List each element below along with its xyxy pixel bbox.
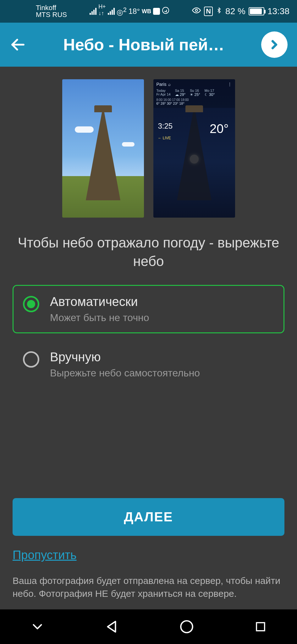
temp-indicator: 18° (129, 7, 140, 16)
preview-weather-overlay: Paris ⌕⋮ TodayFr Apr 14 Sa 15☁ 29° Su 16… (153, 79, 235, 218)
signal-icon (90, 8, 96, 15)
nav-home[interactable] (179, 619, 195, 635)
svg-point-1 (195, 9, 198, 11)
option-subtitle: Может быть не точно (50, 312, 149, 324)
bluetooth-icon (216, 6, 222, 17)
option-title: Автоматически (50, 295, 149, 309)
instruction-text: Чтобы небо отражало погоду - вырежьте не… (13, 233, 284, 271)
nav-recent[interactable] (254, 620, 267, 634)
battery-percent: 82 % (225, 6, 245, 16)
nfc-icon: N (204, 7, 213, 16)
status-right: N 82 % 13:38 (192, 6, 289, 17)
back-button[interactable] (9, 36, 26, 53)
preview-original (62, 79, 144, 218)
battery-icon (249, 7, 264, 15)
eye-icon (192, 6, 201, 17)
option-automatic[interactable]: Автоматически Может быть не точно (13, 285, 284, 333)
hotspot-icon: ◎2 (117, 6, 127, 17)
clock: 13:38 (267, 6, 289, 16)
preview-images: Paris ⌕⋮ TodayFr Apr 14 Sa 15☁ 29° Su 16… (13, 79, 284, 218)
next-button[interactable]: ДАЛЕЕ (13, 498, 284, 536)
option-manual[interactable]: Вручную Вырежьте небо самостоятельно (13, 340, 284, 389)
option-subtitle: Вырежьте небо самостоятельно (50, 367, 200, 379)
svg-point-0 (162, 7, 169, 14)
app-icon (153, 8, 160, 15)
svg-point-3 (181, 621, 193, 633)
whatsapp-icon (162, 7, 169, 16)
nav-back[interactable] (104, 619, 120, 635)
svg-rect-4 (256, 623, 265, 631)
carrier-label: Tinkoff MTS RUS (36, 4, 67, 18)
search-icon: ⌕ (168, 82, 171, 87)
status-bar: Tinkoff MTS RUS H+↓↑ ◎2 18° WB N 82 % (0, 0, 297, 23)
page-title: Небо - Новый пей… (36, 35, 252, 54)
content-area: Paris ⌕⋮ TodayFr Apr 14 Sa 15☁ 29° Su 16… (0, 67, 297, 609)
radio-icon (23, 296, 39, 312)
option-title: Вручную (50, 350, 200, 364)
skip-link[interactable]: Пропустить (13, 548, 284, 562)
signal-icon-2 (108, 8, 115, 15)
forward-button[interactable] (261, 31, 288, 58)
wb-badge: WB (142, 8, 151, 15)
nav-hide-keyboard[interactable] (30, 619, 45, 635)
status-center-icons: H+↓↑ ◎2 18° WB (90, 5, 169, 18)
radio-icon (23, 351, 39, 368)
disclaimer-text: Ваша фотография будет отправлена на серв… (13, 575, 284, 600)
app-bar: Небо - Новый пей… (0, 23, 297, 67)
system-nav-bar (0, 609, 297, 644)
